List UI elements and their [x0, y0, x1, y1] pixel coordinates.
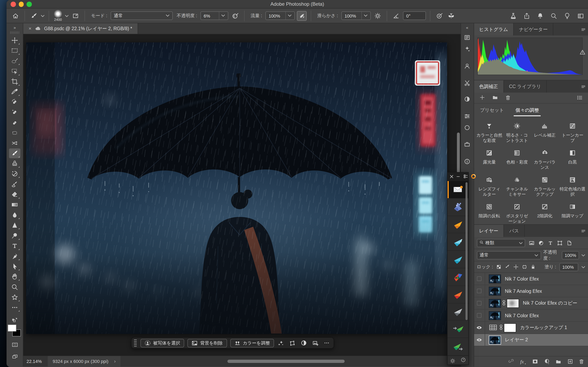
- tool-hand[interactable]: [9, 272, 20, 282]
- dock-sparkle-icon[interactable]: [462, 44, 472, 54]
- tab-navigator[interactable]: ナビゲーター: [514, 23, 553, 35]
- blend-mode-select[interactable]: 通常: [111, 11, 173, 20]
- dock-panel-list-icon[interactable]: [462, 33, 472, 42]
- layer-row[interactable]: レイヤー 2: [474, 334, 588, 346]
- trash-icon[interactable]: [505, 94, 511, 101]
- brush-panel-toggle-icon[interactable]: [71, 11, 80, 21]
- subtab-presets[interactable]: プリセット: [480, 107, 504, 113]
- nik-plugin-1-mail-icon[interactable]: [448, 181, 468, 199]
- tab-paths[interactable]: パス: [504, 225, 525, 237]
- tab-histogram[interactable]: ヒストグラム: [474, 23, 514, 35]
- layer-blend-mode-select[interactable]: 通常: [477, 251, 541, 259]
- quick-mask-icon[interactable]: [12, 342, 18, 349]
- adjustment-exposure[interactable]: 露光量: [476, 149, 503, 170]
- dock-info-icon[interactable]: [462, 157, 472, 166]
- chevron-down-icon[interactable]: [65, 13, 69, 18]
- zoom-window-button[interactable]: [26, 2, 32, 7]
- adjustment-channel-mixer[interactable]: チャンネルミキサー: [503, 175, 531, 197]
- adjustment-color-lookup[interactable]: カラールックアップ: [531, 175, 559, 197]
- tool-zoom-tool[interactable]: [9, 282, 20, 292]
- chevron-down-icon[interactable]: [41, 13, 44, 18]
- layer-name[interactable]: Nik 7 Color Efex: [505, 276, 539, 281]
- tool-selection-brush[interactable]: [9, 56, 20, 66]
- adjustment-photo-filter[interactable]: レンズフィルター: [476, 175, 503, 197]
- home-icon[interactable]: [11, 11, 20, 21]
- layer-name[interactable]: カラールックアップ 1: [520, 325, 567, 331]
- canvas-area[interactable]: 被写体を選択背景を削除カラーを調整: [23, 34, 460, 356]
- layer-row[interactable]: Nik 7 Color Efex: [474, 273, 588, 285]
- tool-eyedropper[interactable]: [9, 87, 20, 97]
- layer-mask-thumbnail[interactable]: [507, 299, 519, 308]
- help-icon[interactable]: ?: [461, 357, 466, 363]
- screen-mode-icon[interactable]: [12, 354, 18, 360]
- tool-brush[interactable]: [9, 149, 20, 158]
- tool-blur[interactable]: [9, 210, 20, 220]
- adjustment-threshold[interactable]: 2階調化: [531, 202, 559, 224]
- tool-object-select[interactable]: [9, 66, 20, 76]
- foreground-color[interactable]: [8, 325, 16, 332]
- document-image[interactable]: [26, 42, 447, 334]
- taskbar-sparkle-wand[interactable]: [278, 340, 284, 346]
- adjustment-curves[interactable]: トーンカーブ: [559, 122, 586, 143]
- layout-icon[interactable]: [463, 174, 468, 179]
- layer-thumbnail[interactable]: [489, 311, 501, 320]
- tool-remove-tool[interactable]: [9, 97, 20, 107]
- layer-row[interactable]: Nik 7 Color Efex: [474, 309, 588, 322]
- tool-sharpen[interactable]: [9, 220, 20, 230]
- adjustment-gradient-map[interactable]: 階調マップ: [559, 202, 586, 224]
- f-type-filter-icon[interactable]: [547, 240, 553, 246]
- panel-menu-icon[interactable]: [581, 229, 586, 234]
- minimize-icon[interactable]: [456, 174, 460, 179]
- f-smart-filter-icon[interactable]: [566, 240, 572, 246]
- delete-layer-icon[interactable]: [579, 359, 584, 365]
- dock-sliders-icon[interactable]: [462, 111, 472, 121]
- taskbar-image-plus[interactable]: [312, 340, 319, 346]
- tool-marquee[interactable]: [9, 46, 20, 55]
- toolbar-grip[interactable]: [10, 31, 19, 34]
- contextual-task-bar[interactable]: 被写体を選択背景を削除カラーを調整: [131, 337, 334, 349]
- brush-tip-preview[interactable]: 2400: [54, 10, 62, 22]
- panel-menu-icon[interactable]: [581, 27, 586, 33]
- layer-row[interactable]: カラールックアップ 1: [474, 322, 588, 334]
- document-tab[interactable]: × G88.psdc @ 22.1% (レイヤー 2, RGB/8) *: [23, 23, 138, 34]
- layer-name[interactable]: Nik 7 Analog Efex: [505, 289, 542, 293]
- adjustment-selective-color[interactable]: 特定色域の選択: [559, 175, 586, 197]
- layer-mask-thumbnail[interactable]: [504, 323, 516, 332]
- angle-input[interactable]: 0°: [403, 11, 426, 20]
- taskbar-subject-button[interactable]: 被写体を選択: [140, 339, 184, 347]
- mask-link-icon[interactable]: [502, 300, 505, 307]
- layer-thumbnail[interactable]: [489, 299, 501, 308]
- subtab-single-adjustments[interactable]: 個々の調整: [516, 107, 539, 113]
- adjustment-hue-sat[interactable]: 色相・彩度: [503, 149, 531, 170]
- tab-layers[interactable]: レイヤー: [474, 225, 504, 237]
- taskbar-removebg-button[interactable]: 背景を削除: [188, 339, 227, 347]
- tool-preset-icon[interactable]: [29, 11, 39, 21]
- add-adjustment-icon[interactable]: [479, 95, 485, 101]
- list-view-icon[interactable]: [577, 94, 583, 101]
- layer-name[interactable]: Nik 7 Color Efex のコピー: [523, 300, 577, 306]
- visibility-checkbox[interactable]: [474, 309, 485, 321]
- new-group-icon[interactable]: [555, 359, 562, 364]
- panel-menu-icon[interactable]: [581, 84, 586, 90]
- lock-lock-icon[interactable]: [531, 264, 536, 269]
- chevron-down-icon[interactable]: [581, 253, 585, 258]
- dock-contrast-icon[interactable]: [462, 94, 472, 104]
- layer-thumbnail[interactable]: [489, 286, 501, 295]
- tool-spot-heal[interactable]: [9, 108, 20, 117]
- layer-row[interactable]: Nik 7 Analog Efex: [474, 285, 588, 297]
- tool-heal[interactable]: [9, 118, 20, 127]
- adjustment-brightness[interactable]: 明るさ・コントラスト: [503, 122, 531, 143]
- flow-select[interactable]: 100%: [265, 11, 295, 20]
- nik-plugin-10-flag-out-icon[interactable]: [448, 338, 468, 356]
- adjustment-color-balance[interactable]: カラーバランス: [531, 149, 559, 170]
- dock-collapse[interactable]: «: [466, 23, 468, 31]
- lock-artboard-icon[interactable]: [522, 264, 527, 269]
- nik-plugin-panel[interactable]: ?: [447, 172, 469, 365]
- nik-plugin-2-puzzle-icon[interactable]: [448, 199, 468, 216]
- nik-plugin-7-flag-icon[interactable]: [448, 286, 468, 303]
- tool-dodge[interactable]: [9, 231, 20, 240]
- airbrush-icon[interactable]: [297, 11, 307, 21]
- close-tab-icon[interactable]: ×: [29, 26, 31, 31]
- zoom-level[interactable]: 22.14%: [26, 359, 48, 364]
- tool-crop[interactable]: [9, 77, 20, 86]
